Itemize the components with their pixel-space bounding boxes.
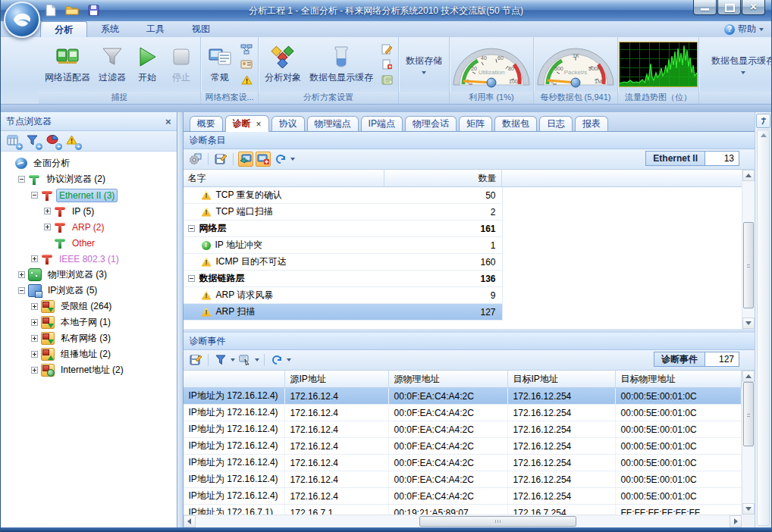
view-tab-日志[interactable]: 日志 × (539, 116, 573, 131)
scroll-thumb[interactable] (743, 382, 754, 446)
tree-expander-icon[interactable] (18, 271, 25, 278)
tree-expander-icon[interactable] (31, 351, 38, 358)
export-save-icon[interactable] (213, 152, 228, 167)
view-tab-IP端点[interactable]: IP端点 × (361, 116, 403, 131)
column-dst-ip[interactable]: 目标IP地址 (508, 371, 616, 387)
filter-icon[interactable] (213, 352, 228, 368)
add-scheme-icon[interactable] (380, 58, 394, 70)
scroll-right-icon[interactable] (730, 515, 742, 527)
scroll-up-icon[interactable] (742, 371, 755, 382)
app-orb-button[interactable] (4, 2, 40, 38)
open-folder-icon[interactable] (64, 2, 80, 17)
packet-display-buffer-button[interactable]: 数据包显示缓存 (707, 55, 772, 74)
view-tab-物理端点[interactable]: 物理端点 × (307, 116, 359, 131)
diagnosis-row[interactable]: IP 地址冲突 1 (184, 237, 503, 254)
tree-item[interactable]: IEEE 802.3 (1) (1, 251, 177, 267)
refresh-dropdown-icon[interactable] (287, 358, 291, 361)
diagnosis-row[interactable]: TCP 端口扫描 2 (184, 204, 503, 221)
packet-buffer-button[interactable]: 数据包显示缓存 (306, 42, 377, 87)
tab-close-icon[interactable]: × (256, 119, 262, 130)
event-row[interactable]: IP地址为 172.16.12.4) 172.16.12.4 00:0F:EA:… (184, 405, 742, 421)
column-src-ip[interactable]: 源IP地址 (285, 371, 389, 387)
event-row[interactable]: IP地址为 172.16.12.4) 172.16.12.4 00:0F:EA:… (184, 455, 742, 471)
diagnosis-row[interactable]: ARP 请求风暴 9 (184, 287, 503, 304)
view-tab-概要[interactable]: 概要 × (190, 116, 223, 131)
refresh-icon[interactable] (273, 152, 288, 167)
scroll-thumb[interactable] (419, 516, 576, 527)
event-row[interactable]: IP地址为 172.16.12.4) 172.16.12.4 00:0F:EA:… (184, 471, 742, 488)
tree-expander-icon[interactable] (44, 224, 51, 230)
column-src-mac[interactable]: 源物理地址 (389, 371, 508, 387)
notebook-icon[interactable] (380, 74, 394, 86)
panel-close-icon[interactable]: × (165, 117, 171, 127)
tree-item[interactable]: 物理浏览器 (3) (1, 267, 177, 283)
tree-item[interactable]: ARP (2) (1, 219, 177, 235)
diagnosis-row[interactable]: TCP 重复的确认 50 (184, 187, 503, 204)
maximize-button[interactable] (717, 0, 741, 15)
stop-button[interactable]: 停止 (165, 42, 198, 87)
event-row[interactable]: IP地址为 172.16.12.4) 172.16.12.4 00:0F:EA:… (184, 421, 742, 438)
new-document-icon[interactable] (43, 2, 58, 17)
tree-item[interactable]: 受限组 (264) (1, 299, 177, 315)
tree-expander-icon[interactable] (31, 319, 38, 326)
ribbon-tab[interactable]: 系统 (87, 21, 133, 37)
group-collapse-icon[interactable] (188, 225, 195, 232)
scroll-thumb[interactable] (743, 222, 754, 308)
add-alarm-icon[interactable] (66, 135, 80, 147)
column-count[interactable]: 数量 (384, 170, 502, 186)
add-node-icon[interactable] (256, 152, 271, 167)
contact-card-icon[interactable] (240, 58, 253, 70)
edit-scheme-icon[interactable] (380, 43, 394, 55)
tree-item[interactable]: 本地子网 (1) (1, 315, 177, 330)
network-profile-icon[interactable] (240, 43, 253, 55)
filter-dropdown-icon[interactable] (231, 358, 235, 361)
events-vertical-scrollbar[interactable] (742, 371, 755, 515)
tree-item[interactable]: 协议浏览器 (2) (1, 171, 177, 187)
help-button[interactable]: ? 帮助 (724, 23, 764, 36)
view-tab-数据包[interactable]: 数据包 × (494, 116, 537, 131)
events-horizontal-scrollbar[interactable] (184, 515, 742, 527)
event-row[interactable]: IP地址为 172.16.7.1) 172.16.7.1 00:19:21:A5… (184, 505, 742, 515)
locate-icon[interactable] (237, 352, 253, 368)
event-row[interactable]: IP地址为 172.16.12.4) 172.16.12.4 00:0F:EA:… (184, 438, 742, 455)
save-icon[interactable] (86, 2, 101, 17)
side-strip-scrollbar[interactable] (757, 130, 770, 526)
diagnosis-row[interactable]: ICMP 目的不可达 160 (184, 254, 503, 271)
add-filter-icon[interactable] (27, 135, 40, 147)
column-name[interactable]: 名字 (184, 170, 384, 186)
vertical-splitter[interactable] (177, 112, 183, 527)
tree-item[interactable]: Other (1, 235, 177, 251)
refresh-dropdown-icon[interactable] (290, 158, 295, 161)
column-event[interactable] (184, 371, 285, 387)
locate-node-icon[interactable] (238, 152, 253, 167)
locate-dropdown-icon[interactable] (255, 358, 259, 361)
tree-item[interactable]: IP浏览器 (5) (1, 283, 177, 299)
general-button[interactable]: 常规 (203, 42, 237, 87)
collapsed-panel-pin-icon[interactable] (756, 114, 770, 128)
ribbon-tab[interactable]: 工具 (133, 21, 178, 37)
scroll-down-icon[interactable] (742, 503, 755, 515)
export-save-icon[interactable] (188, 352, 203, 368)
tree-item[interactable]: 全面分析 (1, 155, 177, 171)
scroll-up-icon[interactable] (761, 133, 767, 137)
view-tab-物理会话[interactable]: 物理会话 × (405, 116, 457, 131)
data-storage-button[interactable]: 数据存储 (401, 55, 447, 74)
tree-item[interactable]: Internet地址 (2) (1, 362, 177, 378)
diagnosis-vertical-scrollbar[interactable] (742, 170, 755, 329)
column-dst-mac[interactable]: 目标物理地址 (616, 371, 742, 387)
filter-button[interactable]: 过滤器 (95, 42, 130, 87)
start-button[interactable]: 开始 (130, 42, 164, 87)
add-view-icon[interactable] (7, 135, 20, 147)
network-adapter-button[interactable]: 网络适配器 (41, 42, 94, 87)
refresh-icon[interactable] (269, 352, 284, 368)
tree-expander-icon[interactable] (31, 303, 38, 310)
event-row[interactable]: IP地址为 172.16.12.4) 172.16.12.4 00:0F:EA:… (184, 488, 742, 505)
view-tab-诊断[interactable]: 诊断 × (225, 115, 269, 132)
tree-expander-icon[interactable] (31, 192, 38, 199)
close-button[interactable] (742, 0, 765, 15)
diagnosis-row[interactable]: 数据链路层 136 (184, 271, 503, 287)
add-graph-icon[interactable] (46, 135, 60, 147)
tree-expander-icon[interactable] (44, 208, 51, 214)
diagnosis-row[interactable]: 网络层 161 (184, 221, 503, 237)
diagnosis-row[interactable]: ARP 扫描 127 (184, 304, 503, 321)
